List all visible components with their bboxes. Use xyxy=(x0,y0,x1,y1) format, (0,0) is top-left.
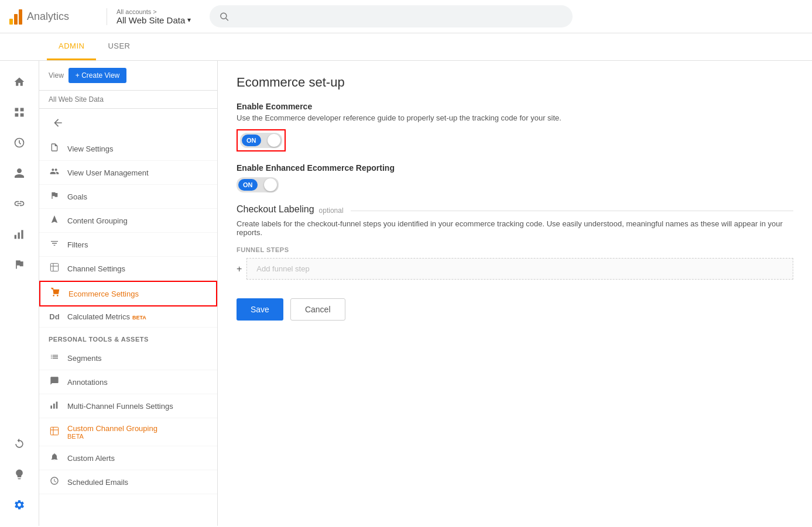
toggle-on-label: ON xyxy=(242,135,261,146)
left-nav-top: View + Create View xyxy=(39,61,217,91)
sidebar-icon-behavior[interactable] xyxy=(5,220,33,248)
search-input[interactable] xyxy=(234,12,564,21)
funnel-steps-label: FUNNEL STEPS xyxy=(237,246,793,253)
icon-sidebar-bottom xyxy=(5,430,33,526)
sidebar-icon-realtime[interactable] xyxy=(5,129,33,157)
logo-area: Analytics xyxy=(9,8,97,25)
create-view-button[interactable]: + Create View xyxy=(68,68,127,83)
nav-item-filters[interactable]: Filters xyxy=(39,233,217,257)
goals-icon xyxy=(49,191,60,202)
view-settings-icon xyxy=(49,143,60,154)
logo-icon xyxy=(9,8,22,25)
filters-icon xyxy=(49,239,60,250)
sidebar-icon-settings[interactable] xyxy=(5,491,33,519)
add-funnel-step-input[interactable]: Add funnel step xyxy=(246,258,793,280)
sidebar-icon-bulb[interactable] xyxy=(5,460,33,488)
main-layout: View + Create View All Web Site Data Vie… xyxy=(0,61,812,526)
custom-channel-grouping-text: Custom Channel Grouping BETA xyxy=(67,424,157,440)
toggle-knob xyxy=(268,134,280,147)
nav-item-custom-channel-grouping[interactable]: Custom Channel Grouping BETA xyxy=(39,418,217,446)
svg-rect-2 xyxy=(15,108,19,112)
funnel-placeholder: Add funnel step xyxy=(256,264,309,273)
multi-channel-funnels-icon xyxy=(49,400,60,412)
app-name: Analytics xyxy=(27,11,69,23)
personal-tools-section-label: PERSONAL TOOLS & ASSETS xyxy=(39,328,217,346)
sidebar-icon-home[interactable] xyxy=(5,68,33,96)
sidebar-icon-audience[interactable] xyxy=(5,159,33,187)
calculated-metrics-icon: Dd xyxy=(49,312,60,321)
annotations-icon xyxy=(49,376,60,388)
nav-item-scheduled-emails-label: Scheduled Emails xyxy=(67,478,128,487)
nav-item-filters-label: Filters xyxy=(67,240,88,249)
search-bar[interactable] xyxy=(210,5,573,27)
svg-rect-14 xyxy=(53,404,55,409)
enhanced-toggle-knob xyxy=(264,178,277,191)
nav-item-content-grouping-label: Content Grouping xyxy=(67,216,128,225)
nav-item-scheduled-emails[interactable]: Scheduled Emails xyxy=(39,470,217,494)
account-name[interactable]: All Web Site Data xyxy=(117,15,191,25)
search-icon xyxy=(219,11,229,22)
custom-channel-grouping-icon xyxy=(49,426,60,438)
content-area: Ecommerce set-up Enable Ecommerce Use th… xyxy=(218,61,812,526)
svg-rect-15 xyxy=(56,402,58,409)
nav-item-view-settings[interactable]: View Settings xyxy=(39,137,217,161)
nav-item-calculated-metrics-label: Calculated MetricsBETA xyxy=(67,312,146,321)
view-user-mgmt-icon xyxy=(49,167,60,178)
svg-rect-3 xyxy=(20,108,24,112)
cancel-button[interactable]: Cancel xyxy=(290,298,345,321)
tab-user[interactable]: USER xyxy=(96,33,142,60)
segments-icon xyxy=(49,352,60,364)
enable-enhanced-title: Enable Enhanced Ecommerce Reporting xyxy=(237,163,793,173)
funnel-step-row: + Add funnel step xyxy=(237,258,793,280)
svg-rect-4 xyxy=(15,113,19,117)
enable-ecommerce-toggle[interactable]: ON xyxy=(240,133,282,148)
enable-ecommerce-description: Use the Ecommerce developer reference gu… xyxy=(237,113,793,122)
enable-enhanced-toggle[interactable]: ON xyxy=(237,177,279,192)
checkout-section: Checkout Labeling optional Create labels… xyxy=(237,204,793,280)
nav-item-custom-alerts[interactable]: Custom Alerts xyxy=(39,446,217,470)
view-label: View xyxy=(49,71,64,80)
nav-item-segments[interactable]: Segments xyxy=(39,346,217,370)
tab-admin[interactable]: ADMIN xyxy=(47,33,96,60)
svg-rect-9 xyxy=(21,230,23,239)
enable-ecommerce-title: Enable Ecommerce xyxy=(237,102,793,111)
nav-item-custom-alerts-label: Custom Alerts xyxy=(67,454,115,463)
nav-item-annotations-label: Annotations xyxy=(67,378,108,387)
nav-item-view-settings-label: View Settings xyxy=(67,144,114,153)
sidebar-icon-loop[interactable] xyxy=(5,430,33,458)
nav-item-view-user-mgmt[interactable]: View User Management xyxy=(39,161,217,185)
nav-item-multi-channel-funnels[interactable]: Multi-Channel Funnels Settings xyxy=(39,394,217,418)
svg-rect-5 xyxy=(20,113,24,117)
ecommerce-settings-icon xyxy=(50,288,61,299)
back-button[interactable] xyxy=(49,113,67,132)
nav-item-channel-settings[interactable]: Channel Settings xyxy=(39,257,217,281)
checkout-optional-label: optional xyxy=(319,206,344,215)
nav-item-segments-label: Segments xyxy=(67,354,102,363)
header: Analytics All accounts > All Web Site Da… xyxy=(0,0,812,33)
checkout-labeling-title: Checkout Labeling xyxy=(237,204,314,215)
sidebar-icon-acquisition[interactable] xyxy=(5,190,33,218)
enable-ecommerce-toggle-container: ON xyxy=(237,129,793,151)
account-breadcrumb: All accounts > xyxy=(117,8,191,15)
nav-item-ecommerce-settings[interactable]: Ecommerce Settings xyxy=(39,281,217,306)
action-buttons: Save Cancel xyxy=(237,298,793,321)
nav-item-goals[interactable]: Goals xyxy=(39,185,217,209)
page-title: Ecommerce set-up xyxy=(237,75,793,90)
nav-item-view-user-mgmt-label: View User Management xyxy=(67,168,149,177)
save-button[interactable]: Save xyxy=(237,298,283,321)
svg-rect-16 xyxy=(50,427,58,435)
add-funnel-step-icon: + xyxy=(237,264,242,274)
sidebar-icon-dashboard[interactable] xyxy=(5,98,33,126)
svg-point-0 xyxy=(221,13,227,19)
left-nav-panel: View + Create View All Web Site Data Vie… xyxy=(39,61,218,526)
channel-settings-icon xyxy=(49,263,60,274)
nav-item-calculated-metrics[interactable]: Dd Calculated MetricsBETA xyxy=(39,306,217,328)
sidebar-icon-conversions[interactable] xyxy=(5,250,33,278)
account-selector[interactable]: All accounts > All Web Site Data xyxy=(107,8,200,25)
enable-enhanced-toggle-container: ON xyxy=(237,177,793,192)
svg-rect-10 xyxy=(50,263,58,271)
nav-item-content-grouping[interactable]: Content Grouping xyxy=(39,209,217,233)
enhanced-toggle-on-label: ON xyxy=(238,179,258,191)
icon-sidebar xyxy=(0,61,39,526)
nav-item-annotations[interactable]: Annotations xyxy=(39,370,217,394)
